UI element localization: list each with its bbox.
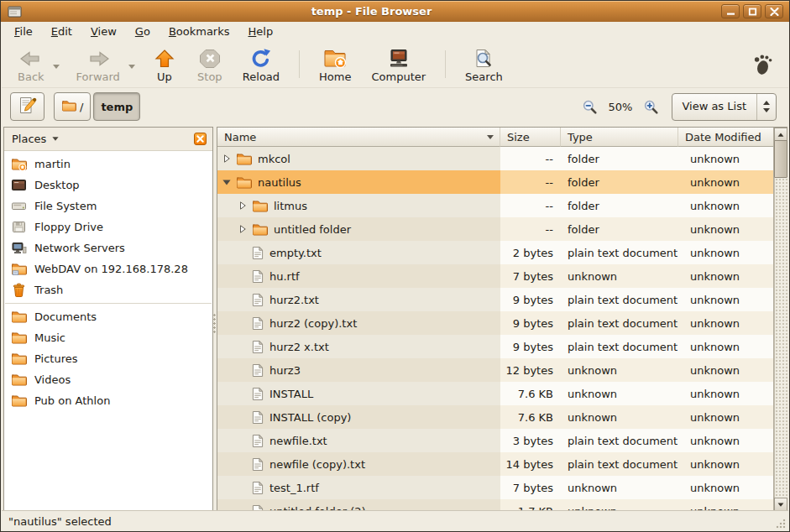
toolbar-button-label: Computer — [371, 70, 426, 83]
file-row[interactable]: hu.rtf7 bytesunknownunknown — [217, 264, 787, 288]
file-row[interactable]: newfile.txt3 bytesplain text documentunk… — [217, 429, 787, 452]
stop-button[interactable]: Stop — [190, 44, 230, 85]
scroll-down-button[interactable] — [774, 498, 787, 510]
forward-dropdown-caret[interactable] — [128, 60, 139, 69]
file-date-cell: unknown — [678, 170, 787, 194]
scrollbar-thumb[interactable] — [774, 140, 787, 178]
file-type-cell: unknown — [561, 476, 678, 499]
zoom-out-button[interactable] — [580, 97, 599, 117]
file-row[interactable]: newfile (copy).txt14 bytesplain text doc… — [217, 452, 787, 476]
path-button-root[interactable]: / — [54, 92, 91, 121]
column-header-size[interactable]: Size — [500, 128, 561, 147]
file-name: hurz2.txt — [269, 294, 319, 306]
text-file-icon — [252, 246, 264, 260]
sidebar-item-file-system[interactable]: File System — [4, 196, 212, 216]
up-button[interactable]: Up — [144, 44, 185, 85]
toolbar-separator — [445, 50, 446, 78]
sidebar-item-music[interactable]: Music — [4, 327, 212, 348]
view-as-selector[interactable]: View as List — [672, 93, 777, 121]
menu-file[interactable]: File — [5, 23, 42, 39]
file-size-cell: -- — [500, 147, 561, 170]
file-row[interactable]: untitled folder (2)1.7 KBunknownunknown — [217, 499, 787, 510]
sidebar-item-floppy-drive[interactable]: Floppy Drive — [4, 216, 212, 237]
expander-expanded-icon[interactable] — [221, 177, 232, 187]
column-header-type[interactable]: Type — [561, 128, 678, 147]
expander-collapsed-icon[interactable] — [221, 154, 232, 164]
close-icon — [770, 8, 779, 16]
file-row[interactable]: hurz312 bytesunknownunknown — [217, 358, 787, 382]
current-path-label: temp — [101, 101, 133, 113]
file-row[interactable]: nautilus--folderunknown — [217, 170, 787, 194]
menu-edit[interactable]: Edit — [42, 23, 81, 39]
sidebar-item-pub-on-athlon[interactable]: Pub on Athlon — [4, 390, 212, 411]
window-icon — [8, 6, 22, 18]
file-name-cell: litmus — [217, 194, 500, 217]
sidebar-pane-selector[interactable]: Places — [12, 133, 194, 145]
zoom-in-button[interactable] — [641, 97, 661, 117]
file-row[interactable]: INSTALL (copy)7.6 KBunknownunknown — [217, 405, 787, 429]
resize-grip[interactable] — [775, 518, 786, 529]
sidebar-item-webdav-on-192-168-178-28[interactable]: WebDAV on 192.168.178.28 — [4, 258, 212, 279]
sidebar-item-label: Network Servers — [34, 242, 125, 254]
file-name-cell: test_1.rtf — [217, 476, 500, 499]
toggle-location-entry-button[interactable] — [10, 92, 44, 121]
file-size-cell: 3 bytes — [500, 429, 561, 452]
file-row[interactable]: untitled folder--folderunknown — [217, 217, 787, 241]
search-button[interactable]: Search — [458, 44, 510, 85]
file-row[interactable]: mkcol--folderunknown — [217, 147, 787, 170]
sidebar-item-network-servers[interactable]: Network Servers — [4, 237, 212, 258]
back-button[interactable]: Back — [10, 44, 52, 85]
sidebar-item-videos[interactable]: Videos — [4, 369, 212, 390]
maximize-button[interactable] — [743, 4, 761, 18]
back-dropdown-caret[interactable] — [52, 60, 64, 69]
folder-icon — [252, 200, 268, 212]
root-path-label: / — [80, 101, 83, 113]
file-row[interactable]: empty.txt2 bytesplain text documentunkno… — [217, 241, 787, 264]
minimize-button[interactable] — [721, 4, 740, 18]
expander-collapsed-icon[interactable] — [237, 201, 248, 211]
path-button-current[interactable]: temp — [93, 92, 140, 121]
sidebar-item-desktop[interactable]: Desktop — [4, 175, 212, 196]
gnome-throbber-icon — [751, 53, 773, 76]
toolbar-button-label: Search — [465, 70, 503, 83]
scroll-up-button[interactable] — [774, 128, 787, 141]
computer-button[interactable]: Computer — [364, 44, 433, 85]
reload-button[interactable]: Reload — [235, 44, 287, 85]
file-row[interactable]: hurz2 (copy).txt9 bytesplain text docume… — [217, 311, 787, 335]
file-date-cell: unknown — [678, 405, 787, 429]
zoom-level: 50% — [607, 101, 635, 113]
file-name-cell: INSTALL (copy) — [217, 405, 500, 429]
menu-help[interactable]: Help — [239, 23, 283, 39]
file-row[interactable]: test_1.rtf7 bytesunknownunknown — [217, 476, 787, 499]
vertical-scrollbar[interactable] — [773, 128, 787, 510]
menu-go[interactable]: Go — [126, 23, 160, 39]
sidebar-item-documents[interactable]: Documents — [4, 306, 212, 327]
sidebar-item-trash[interactable]: Trash — [4, 279, 212, 300]
menu-bookmarks[interactable]: Bookmarks — [160, 23, 239, 39]
file-row[interactable]: litmus--folderunknown — [217, 194, 787, 217]
column-header-date[interactable]: Date Modified — [678, 128, 773, 147]
titlebar[interactable]: temp - File Browser — [1, 1, 789, 22]
file-name: hurz3 — [269, 364, 301, 377]
expander-collapsed-icon[interactable] — [237, 224, 248, 234]
sidebar-item-pictures[interactable]: Pictures — [4, 348, 212, 369]
file-size-cell: -- — [500, 194, 561, 217]
list-header: Name Size Type Date Modified — [217, 128, 773, 147]
file-name-cell: hu.rtf — [217, 264, 500, 288]
home-button[interactable]: Home — [311, 44, 358, 85]
file-row[interactable]: hurz2 x.txt9 bytesplain text documentunk… — [217, 335, 787, 358]
path-bar: / temp — [54, 92, 140, 121]
column-header-name[interactable]: Name — [217, 128, 500, 147]
sidebar-close-button[interactable] — [194, 133, 207, 145]
file-date-cell: unknown — [678, 194, 787, 217]
scrollbar-track[interactable] — [774, 141, 787, 498]
file-row[interactable]: hurz2.txt9 bytesplain text documentunkno… — [217, 288, 787, 311]
file-row[interactable]: INSTALL7.6 KBunknownunknown — [217, 382, 787, 405]
close-button[interactable] — [765, 4, 783, 18]
forward-button[interactable]: Forward — [69, 44, 128, 85]
file-size-cell: 12 bytes — [500, 358, 561, 382]
menu-view[interactable]: View — [81, 23, 126, 39]
sidebar-item-martin[interactable]: martin — [4, 154, 212, 175]
toolbar-button-label: Home — [319, 70, 351, 83]
file-type-cell: plain text document — [561, 311, 678, 335]
